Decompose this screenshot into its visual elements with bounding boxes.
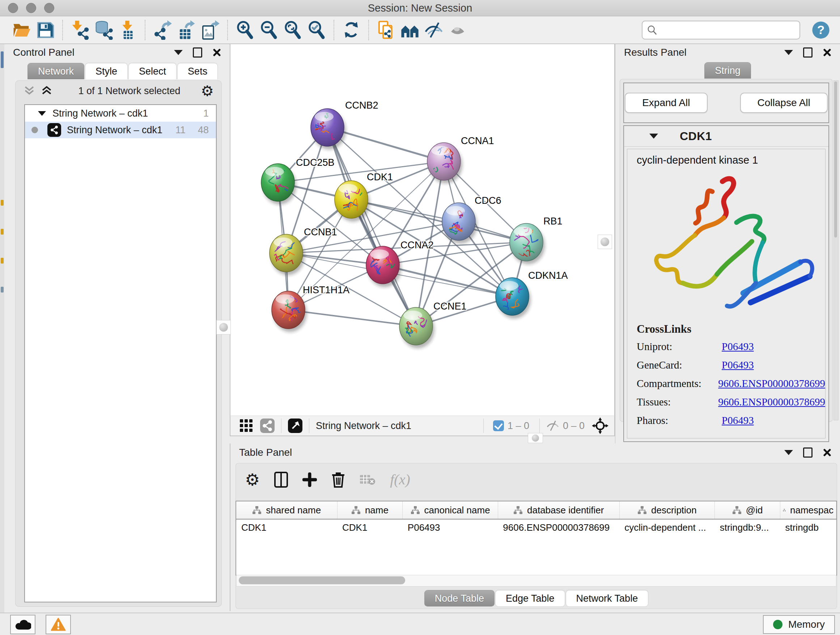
export-network-icon (153, 20, 172, 40)
network-options-gear-icon[interactable]: ⚙ (201, 84, 214, 98)
float-panel-icon[interactable] (193, 48, 202, 57)
crosslink-link[interactable]: 9606.ENSP00000378699 (718, 378, 825, 390)
node-CCNB2[interactable]: CCNB2 (311, 100, 378, 149)
table-cell[interactable]: P06493 (403, 519, 498, 535)
table-options-gear-icon[interactable]: ⚙ (245, 471, 260, 488)
right-splitter-handle[interactable] (598, 234, 612, 249)
panel-menu-icon[interactable] (784, 50, 793, 55)
string-style-icon[interactable] (260, 418, 275, 433)
column-header-canonical-name[interactable]: canonical name (403, 501, 498, 519)
import-table-button[interactable] (116, 19, 140, 42)
tab-style[interactable]: Style (85, 63, 128, 79)
crosslink-link[interactable]: 9606.ENSP00000378699 (718, 396, 825, 408)
edge-CCNB2-CCNE1[interactable] (327, 127, 416, 326)
float-panel-icon[interactable] (803, 448, 813, 458)
create-column-icon[interactable] (302, 472, 317, 487)
close-panel-icon[interactable] (823, 48, 831, 57)
help-button[interactable]: ? (811, 20, 831, 40)
table-cell[interactable]: 9606.ENSP00000378699 (498, 519, 619, 535)
string-network-graph[interactable]: CCNB2CCNA1CDC25BCDK1CDC6RB1CCNB1CCNA2CDK… (231, 44, 614, 415)
expand-all-icon[interactable] (41, 86, 53, 96)
panel-menu-icon[interactable] (174, 50, 183, 55)
open-session-button[interactable] (9, 19, 33, 42)
edge-HIST1H1A-CCNE1[interactable] (288, 310, 416, 326)
open-in-window-icon[interactable] (288, 418, 302, 433)
pan-crosshair-icon[interactable] (592, 417, 608, 434)
table-cell[interactable]: CDK1 (337, 519, 403, 535)
table-cell[interactable]: stringdb (780, 519, 836, 535)
tab-select[interactable]: Select (128, 63, 177, 79)
crosslink-link[interactable]: P06493 (722, 359, 754, 371)
float-panel-icon[interactable] (803, 48, 813, 57)
delete-column-icon[interactable] (332, 472, 345, 488)
import-network-file-button[interactable] (68, 19, 92, 42)
close-panel-icon[interactable] (823, 448, 831, 457)
node-RB1[interactable]: RB1 (510, 216, 562, 264)
zoom-out-button[interactable] (257, 19, 281, 42)
node-table[interactable]: shared namenamecanonical namedatabase id… (235, 501, 837, 576)
table-cell[interactable]: cyclin-dependent ... (619, 519, 715, 535)
export-table-button[interactable] (174, 19, 198, 42)
table-cell[interactable]: CDK1 (236, 519, 337, 535)
column-header-database-identifier[interactable]: database identifier (498, 501, 619, 519)
collapse-all-icon[interactable] (23, 86, 35, 96)
node-CDC6[interactable]: CDC6 (442, 195, 501, 244)
column-header-shared-name[interactable]: shared name (236, 501, 337, 519)
tab-sets[interactable]: Sets (177, 63, 218, 79)
search-input[interactable] (661, 24, 795, 36)
close-panel-icon[interactable] (212, 48, 221, 57)
column-header-name[interactable]: name (337, 501, 403, 519)
panel-menu-icon[interactable] (784, 450, 793, 455)
save-session-button[interactable] (33, 19, 57, 42)
show-columns-icon[interactable] (274, 472, 288, 488)
node-CDC25B[interactable]: CDC25B (261, 157, 335, 204)
crosslink-link[interactable]: P06493 (722, 415, 754, 426)
help-icon: ? (811, 20, 831, 40)
selected-checkbox-icon[interactable] (493, 420, 504, 431)
node-CDKN1A[interactable]: CDKN1A (496, 270, 568, 318)
column-header-@id[interactable]: @id (715, 501, 780, 519)
collapse-all-button[interactable]: Collapse All (740, 93, 828, 113)
birds-eye-grid-icon[interactable] (239, 418, 254, 433)
node-CCNE1[interactable]: CCNE1 (399, 301, 467, 348)
tab-network-table[interactable]: Network Table (566, 590, 649, 607)
hide-selected-button[interactable] (422, 19, 446, 42)
results-scrollbar[interactable] (834, 80, 838, 420)
network-collection-row[interactable]: String Network – cdk1 1 (25, 105, 216, 122)
table-horizontal-scrollbar[interactable] (236, 575, 836, 586)
section-expand-icon[interactable] (649, 134, 658, 139)
tab-node-table[interactable]: Node Table (424, 590, 494, 607)
node-HIST1H1A[interactable]: HIST1H1A (272, 285, 349, 332)
network-row[interactable]: String Network – cdk1 11 48 (25, 122, 216, 138)
show-all-button[interactable] (446, 19, 470, 42)
table-row[interactable]: CDK1CDK1P064939606.ENSP00000378699cyclin… (236, 519, 836, 535)
first-neighbors-button[interactable] (398, 19, 422, 42)
column-header-description[interactable]: description (619, 501, 715, 519)
node-CDK1[interactable]: CDK1 (335, 172, 393, 222)
memory-button[interactable]: Memory (763, 615, 835, 634)
node-CCNA1[interactable]: CCNA1 (427, 135, 494, 184)
column-header-namespac[interactable]: namespac (780, 501, 836, 519)
protein-section-header[interactable]: CDK1 (624, 126, 829, 147)
warnings-button[interactable] (46, 615, 71, 634)
zoom-in-button[interactable] (233, 19, 257, 42)
bottom-splitter-handle[interactable] (528, 433, 543, 443)
crosslink-link[interactable]: P06493 (722, 340, 754, 353)
left-splitter-handle[interactable] (216, 320, 231, 334)
collection-expand-icon[interactable] (38, 111, 46, 116)
tab-edge-table[interactable]: Edge Table (495, 590, 565, 607)
cloud-button[interactable] (10, 615, 35, 634)
table-cell[interactable]: stringdb:9... (715, 519, 780, 535)
refresh-view-button[interactable] (339, 19, 363, 42)
network-canvas[interactable]: CCNB2CCNA1CDC25BCDK1CDC6RB1CCNB1CCNA2CDK… (230, 44, 615, 416)
tab-string[interactable]: String (704, 62, 751, 79)
tab-network[interactable]: Network (27, 63, 84, 79)
export-image-button[interactable] (198, 19, 222, 42)
zoom-fit-button[interactable] (281, 19, 305, 42)
zoom-selected-button[interactable] (305, 19, 328, 42)
export-network-button[interactable] (150, 19, 174, 42)
search-field[interactable] (642, 21, 800, 40)
copy-network-button[interactable] (374, 19, 398, 42)
import-network-database-button[interactable] (92, 19, 116, 42)
expand-all-button[interactable]: Expand All (625, 93, 707, 113)
